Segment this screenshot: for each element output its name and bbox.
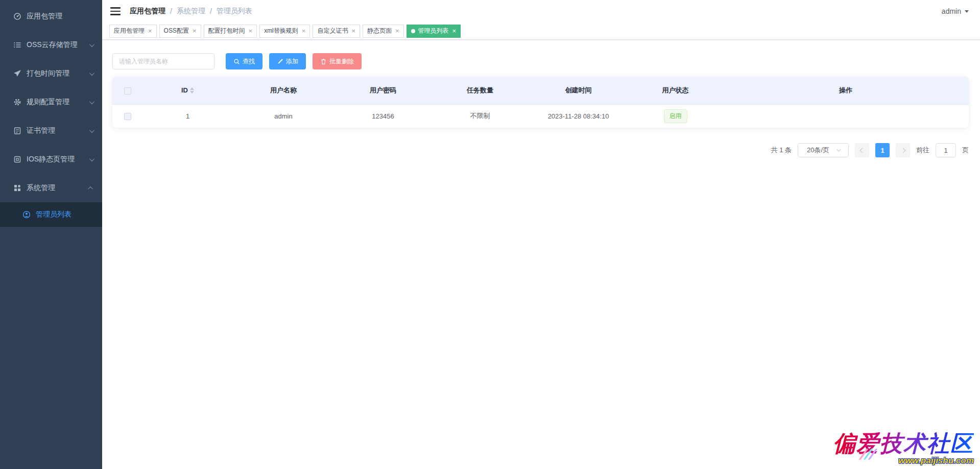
tab-label: 静态页面 bbox=[367, 27, 392, 35]
page-size-select[interactable]: 20条/页 bbox=[798, 143, 849, 157]
column-header-task-count: 任务数量 bbox=[432, 77, 529, 104]
site-watermark: 偏爱技术社区 www.paijishu.com bbox=[833, 432, 974, 466]
add-button-label: 添加 bbox=[286, 57, 298, 66]
send-icon bbox=[13, 69, 21, 78]
watermark-decoration bbox=[863, 449, 874, 460]
breadcrumb-separator: / bbox=[210, 7, 212, 15]
sidebar: 应用包管理 OSS云存储管理 打包时间管理 规则配置管理 证书管理 IOS静态页 bbox=[0, 0, 102, 469]
search-icon bbox=[233, 58, 240, 65]
edit-icon bbox=[277, 58, 283, 65]
breadcrumb-item[interactable]: 应用包管理 bbox=[130, 7, 165, 16]
gear-icon bbox=[13, 98, 21, 106]
sidebar-item-label: 规则配置管理 bbox=[27, 98, 89, 107]
chevron-right-icon bbox=[900, 148, 905, 153]
tab-app-package[interactable]: 应用包管理 × bbox=[109, 25, 157, 38]
sidebar-item-rule-config[interactable]: 规则配置管理 bbox=[0, 88, 102, 116]
chevron-left-icon bbox=[859, 148, 865, 153]
search-input[interactable] bbox=[112, 53, 214, 69]
page-number-button[interactable]: 1 bbox=[875, 143, 890, 157]
topbar: 应用包管理 / 系统管理 / 管理员列表 admin bbox=[102, 0, 980, 22]
tab-label: OSS配置 bbox=[164, 27, 189, 35]
table-row: 1 admin 123456 不限制 2023-11-28 08:34:10 启… bbox=[112, 104, 969, 128]
chevron-down-icon bbox=[89, 156, 94, 161]
sidebar-item-certificate[interactable]: 证书管理 bbox=[0, 116, 102, 145]
close-icon[interactable]: × bbox=[452, 28, 457, 34]
cell-id: 1 bbox=[143, 104, 232, 128]
cell-password: 123456 bbox=[334, 104, 432, 128]
sidebar-item-label: 应用包管理 bbox=[27, 12, 93, 21]
row-checkbox[interactable] bbox=[124, 113, 131, 120]
close-icon[interactable]: × bbox=[351, 28, 355, 34]
watermark-title: 偏爱技术社区 bbox=[833, 432, 974, 455]
page-suffix-label: 页 bbox=[962, 146, 969, 155]
tab-label: 自定义证书 bbox=[317, 27, 348, 35]
user-dropdown[interactable]: admin bbox=[942, 7, 969, 15]
tab-static-page[interactable]: 静态页面 × bbox=[363, 25, 404, 38]
sidebar-item-app-package[interactable]: 应用包管理 bbox=[0, 2, 102, 31]
total-count-label: 共 1 条 bbox=[771, 146, 792, 155]
page-icon bbox=[13, 155, 21, 163]
chevron-down-icon bbox=[965, 10, 969, 13]
sort-icons[interactable] bbox=[190, 87, 194, 93]
sidebar-item-oss-storage[interactable]: OSS云存储管理 bbox=[0, 31, 102, 59]
tab-xml-rule[interactable]: xml替换规则 × bbox=[259, 25, 310, 38]
grid-icon bbox=[13, 184, 21, 192]
tab-package-time[interactable]: 配置打包时间 × bbox=[204, 25, 257, 38]
column-header-status: 用户状态 bbox=[628, 77, 723, 104]
admin-table: ID 用户名称 用户密码 任务数量 创建时间 用户状态 操作 bbox=[112, 77, 969, 128]
column-header-password: 用户密码 bbox=[334, 77, 432, 104]
sidebar-item-label: 打包时间管理 bbox=[27, 69, 89, 78]
sidebar-item-package-time[interactable]: 打包时间管理 bbox=[0, 59, 102, 88]
goto-label: 前往 bbox=[916, 146, 929, 155]
content: 查找 添加 批量删除 bbox=[102, 40, 980, 157]
sidebar-item-system-manage[interactable]: 系统管理 bbox=[0, 174, 102, 202]
chevron-down-icon bbox=[836, 147, 841, 151]
column-header-actions: 操作 bbox=[723, 77, 969, 104]
select-all-checkbox[interactable] bbox=[124, 87, 131, 95]
sidebar-item-ios-static-page[interactable]: IOS静态页管理 bbox=[0, 145, 102, 174]
hamburger-menu-icon[interactable] bbox=[110, 7, 121, 15]
tab-oss-config[interactable]: OSS配置 × bbox=[159, 25, 201, 38]
table-header-row: ID 用户名称 用户密码 任务数量 创建时间 用户状态 操作 bbox=[112, 77, 969, 104]
sidebar-item-label: 系统管理 bbox=[27, 183, 89, 193]
cell-created-at: 2023-11-28 08:34:10 bbox=[529, 104, 628, 128]
chevron-down-icon bbox=[89, 71, 94, 76]
chevron-down-icon bbox=[89, 42, 94, 47]
main-area: 应用包管理 / 系统管理 / 管理员列表 admin 应用包管理 × OSS配置… bbox=[102, 0, 980, 157]
close-icon[interactable]: × bbox=[302, 28, 306, 34]
tab-label: 管理员列表 bbox=[418, 27, 449, 35]
cell-task-count: 不限制 bbox=[432, 104, 529, 128]
tab-admin-list[interactable]: 管理员列表 × bbox=[407, 25, 461, 38]
batch-delete-button-label: 批量删除 bbox=[329, 57, 354, 66]
sidebar-item-admin-list[interactable]: 管理员列表 bbox=[0, 202, 102, 227]
tab-custom-cert[interactable]: 自定义证书 × bbox=[313, 25, 360, 38]
watermark-url: www.paijishu.com bbox=[833, 456, 974, 466]
add-button[interactable]: 添加 bbox=[269, 53, 306, 69]
breadcrumb-item: 系统管理 bbox=[177, 7, 205, 16]
close-icon[interactable]: × bbox=[148, 28, 152, 34]
column-header-created-at: 创建时间 bbox=[529, 77, 628, 104]
close-icon[interactable]: × bbox=[395, 28, 399, 34]
tabbar: 应用包管理 × OSS配置 × 配置打包时间 × xml替换规则 × 自定义证书… bbox=[102, 22, 980, 40]
next-page-button[interactable] bbox=[896, 143, 910, 157]
find-button[interactable]: 查找 bbox=[226, 53, 262, 69]
close-icon[interactable]: × bbox=[193, 28, 197, 34]
breadcrumb-item: 管理员列表 bbox=[217, 7, 252, 16]
sidebar-item-label: 证书管理 bbox=[27, 126, 89, 135]
trash-icon bbox=[320, 58, 327, 65]
breadcrumb: 应用包管理 / 系统管理 / 管理员列表 bbox=[130, 7, 252, 16]
sidebar-item-label: IOS静态页管理 bbox=[27, 155, 89, 164]
sidebar-item-label: 管理员列表 bbox=[36, 210, 93, 219]
page-size-value: 20条/页 bbox=[807, 146, 829, 155]
cell-username: admin bbox=[232, 104, 334, 128]
dashboard-icon bbox=[13, 12, 21, 20]
close-icon[interactable]: × bbox=[249, 28, 253, 34]
status-badge[interactable]: 启用 bbox=[664, 109, 687, 123]
goto-page-input[interactable] bbox=[936, 143, 956, 157]
prev-page-button[interactable] bbox=[855, 143, 869, 157]
tab-label: 配置打包时间 bbox=[208, 27, 245, 35]
batch-delete-button[interactable]: 批量删除 bbox=[313, 53, 362, 69]
sidebar-item-label: OSS云存储管理 bbox=[27, 40, 89, 50]
column-header-id: ID bbox=[181, 86, 188, 94]
tab-label: xml替换规则 bbox=[264, 27, 298, 35]
